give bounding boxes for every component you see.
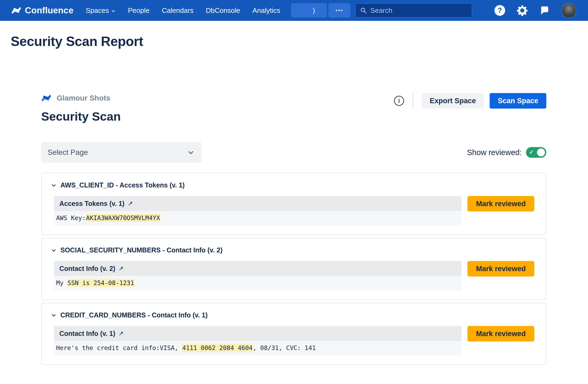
mark-reviewed-button[interactable]: Mark reviewed xyxy=(467,196,534,212)
collapse-chevron-icon[interactable] xyxy=(51,183,56,188)
user-avatar[interactable] xyxy=(561,3,576,18)
space-name-link[interactable]: Glamour Shots xyxy=(57,94,110,102)
chevron-down-icon xyxy=(111,9,115,13)
finding-title: AWS_CLIENT_ID - Access Tokens (v. 1) xyxy=(60,181,185,189)
show-reviewed-label: Show reviewed: xyxy=(467,148,522,157)
finding-card: SOCIAL_SECURITY_NUMBERS - Contact Info (… xyxy=(41,238,546,300)
finding-snippet: My SSN is 254-08-1231 xyxy=(54,276,462,290)
finding-title: SOCIAL_SECURITY_NUMBERS - Contact Info (… xyxy=(60,246,223,254)
snippet-suffix: , 08/31, CVC: 141 xyxy=(253,344,316,351)
finding-title: CREDIT_CARD_NUMBERS - Contact Info (v. 1… xyxy=(60,311,208,319)
info-icon[interactable]: i xyxy=(394,96,404,106)
nav-item-dbconsole[interactable]: DbConsole xyxy=(206,6,240,15)
export-space-button[interactable]: Export Space xyxy=(422,93,484,109)
select-page-dropdown[interactable]: Select Page xyxy=(41,142,202,163)
chevron-down-icon xyxy=(188,149,194,156)
scan-space-button[interactable]: Scan Space xyxy=(490,93,546,109)
create-button[interactable]: ) xyxy=(291,3,327,18)
nav-item-calendars[interactable]: Calendars xyxy=(162,6,194,15)
finding-card: CREDIT_CARD_NUMBERS - Contact Info (v. 1… xyxy=(41,303,546,365)
nav-item-spaces[interactable]: Spaces xyxy=(86,6,116,15)
space-actions: i Export Space Scan Space xyxy=(394,93,546,109)
show-reviewed-toggle[interactable]: ✓ xyxy=(526,147,546,158)
snippet-highlight: 4111 0062 2084 4604 xyxy=(182,344,253,352)
search-box[interactable] xyxy=(355,3,472,18)
space-logo-icon xyxy=(41,93,51,103)
help-icon[interactable]: ? xyxy=(494,5,505,16)
check-icon: ✓ xyxy=(529,149,534,155)
confluence-home-link[interactable]: Confluence xyxy=(11,5,74,16)
section-title: Security Scan xyxy=(41,110,121,124)
external-link-icon: ↗ xyxy=(118,330,123,337)
snippet-prefix: My xyxy=(56,279,67,286)
nav-item-people[interactable]: People xyxy=(128,6,149,15)
confluence-logo-icon xyxy=(11,5,21,16)
search-icon xyxy=(360,7,367,14)
finding-page-link[interactable]: Access Tokens (v. 1) ↗ xyxy=(54,196,462,211)
external-link-icon: ↗ xyxy=(118,265,123,272)
top-nav: Confluence Spaces People Calendars DbCon… xyxy=(0,0,588,21)
nav-actions: ) ••• xyxy=(291,3,350,18)
toggle-knob xyxy=(537,148,545,156)
finding-page-link[interactable]: Contact Info (v. 2) ↗ xyxy=(54,261,462,276)
select-page-value: Select Page xyxy=(48,148,88,157)
main-content: Glamour Shots Security Scan i Export Spa… xyxy=(41,93,546,365)
mark-reviewed-button[interactable]: Mark reviewed xyxy=(467,261,534,277)
breadcrumb[interactable]: Glamour Shots xyxy=(41,93,121,103)
nav-item-spaces-label: Spaces xyxy=(86,6,109,15)
collapse-chevron-icon[interactable] xyxy=(51,313,56,318)
more-button[interactable]: ••• xyxy=(328,3,350,18)
finding-page-label: Contact Info (v. 1) xyxy=(59,330,115,337)
brand-name: Confluence xyxy=(25,5,74,16)
finding-snippet: AWS Key:AKIA3WAXW70OSMVLM4YX xyxy=(54,211,462,225)
collapse-chevron-icon[interactable] xyxy=(51,248,56,253)
mark-reviewed-button[interactable]: Mark reviewed xyxy=(467,326,534,341)
snippet-prefix: Here's the credit card info:VISA, xyxy=(56,344,182,351)
search-input[interactable] xyxy=(370,6,467,15)
nav-right-icons: ? xyxy=(494,3,576,18)
snippet-highlight: SSN is 254-08-1231 xyxy=(67,279,134,287)
nav-item-analytics[interactable]: Analytics xyxy=(253,6,280,15)
findings-list: AWS_CLIENT_ID - Access Tokens (v. 1) Acc… xyxy=(41,173,546,365)
finding-snippet: Here's the credit card info:VISA, 4111 0… xyxy=(54,341,462,355)
notification-flag-icon[interactable] xyxy=(539,5,550,16)
snippet-prefix: AWS Key: xyxy=(56,214,86,221)
divider xyxy=(413,93,413,109)
nav-links: Spaces People Calendars DbConsole Analyt… xyxy=(86,6,280,15)
external-link-icon: ↗ xyxy=(128,200,133,207)
finding-page-link[interactable]: Contact Info (v. 1) ↗ xyxy=(54,326,462,341)
finding-card: AWS_CLIENT_ID - Access Tokens (v. 1) Acc… xyxy=(41,173,546,235)
snippet-highlight: AKIA3WAXW70OSMVLM4YX xyxy=(86,214,160,222)
finding-page-label: Access Tokens (v. 1) xyxy=(59,200,125,208)
finding-page-label: Contact Info (v. 2) xyxy=(59,265,115,272)
page-title: Security Scan Report xyxy=(11,34,588,49)
settings-gear-icon[interactable] xyxy=(516,5,528,16)
